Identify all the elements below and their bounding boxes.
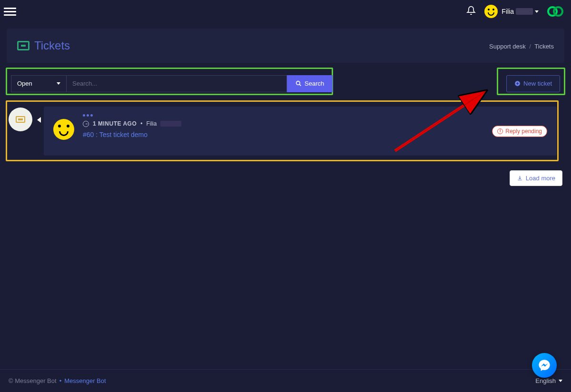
ticket-info: 1 MINUTE AGO • Filia #60 : Test ticket d… bbox=[83, 112, 483, 138]
brand-logo-icon[interactable] bbox=[547, 5, 563, 18]
pointer-icon bbox=[37, 117, 41, 123]
search-input[interactable] bbox=[67, 75, 287, 92]
load-more-button[interactable]: Load more bbox=[510, 170, 562, 186]
ticket-time: 1 MINUTE AGO bbox=[93, 120, 137, 127]
ticket-title-link[interactable]: #60 : Test ticket demo bbox=[83, 131, 483, 138]
plus-circle-icon bbox=[514, 80, 521, 87]
ticket-meta: 1 MINUTE AGO • Filia bbox=[83, 120, 483, 127]
ticket-row[interactable]: 1 MINUTE AGO • Filia #60 : Test ticket d… bbox=[44, 107, 557, 156]
footer-link[interactable]: Messenger Bot bbox=[64, 377, 106, 384]
ticket-author: Filia bbox=[146, 120, 157, 127]
breadcrumb-parent[interactable]: Support desk bbox=[489, 43, 526, 50]
messenger-chat-fab[interactable] bbox=[532, 353, 557, 378]
clock-icon bbox=[83, 121, 89, 127]
topbar: Filia bbox=[0, 0, 571, 23]
chevron-down-icon bbox=[57, 82, 60, 85]
download-icon bbox=[517, 175, 523, 181]
user-avatar-icon bbox=[484, 5, 498, 18]
alert-icon bbox=[497, 128, 503, 134]
page-title: Tickets bbox=[17, 39, 554, 52]
search-icon bbox=[295, 80, 302, 87]
typing-indicator-icon bbox=[83, 114, 483, 117]
ticket-icon bbox=[17, 41, 30, 50]
user-name-label: Filia bbox=[502, 8, 539, 15]
svg-point-0 bbox=[296, 81, 300, 85]
filter-bar: Open Search New ticket bbox=[7, 69, 564, 94]
footer: © Messenger Bot • Messenger Bot English bbox=[0, 369, 571, 392]
new-ticket-button[interactable]: New ticket bbox=[506, 75, 560, 92]
breadcrumb-current: Tickets bbox=[534, 43, 554, 50]
search-button[interactable]: Search bbox=[287, 75, 333, 92]
language-selector[interactable]: English bbox=[535, 377, 562, 384]
ticket-category-badge bbox=[9, 108, 32, 131]
status-filter-select[interactable]: Open bbox=[11, 75, 67, 92]
notification-bell-icon[interactable] bbox=[466, 6, 476, 17]
chevron-down-icon bbox=[535, 10, 539, 13]
status-badge: Reply pending bbox=[492, 126, 547, 137]
chevron-down-icon bbox=[559, 380, 562, 382]
menu-toggle-icon[interactable] bbox=[4, 5, 16, 18]
messenger-icon bbox=[538, 359, 551, 372]
ticket-author-avatar-icon bbox=[53, 119, 74, 140]
topbar-right: Filia bbox=[466, 5, 563, 18]
ticket-icon bbox=[16, 116, 25, 123]
user-menu[interactable]: Filia bbox=[484, 5, 539, 18]
svg-line-1 bbox=[299, 84, 301, 86]
page-title-text: Tickets bbox=[34, 39, 70, 52]
breadcrumb: Support desk / Tickets bbox=[489, 43, 554, 50]
footer-copyright: © Messenger Bot bbox=[9, 377, 57, 384]
page-header-card: Tickets Support desk / Tickets bbox=[7, 29, 564, 63]
